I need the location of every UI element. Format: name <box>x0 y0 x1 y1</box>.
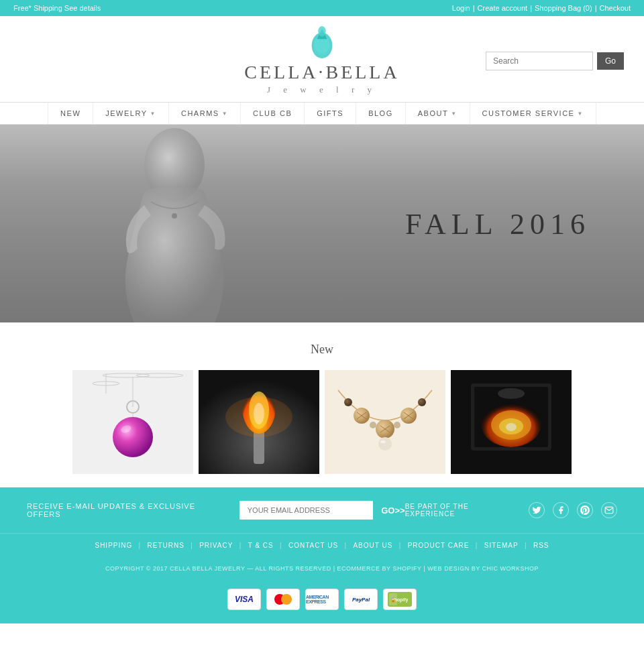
footer-link-tcs[interactable]: T & CS <box>248 542 274 549</box>
chevron-down-icon: ▼ <box>577 111 583 117</box>
shopify-payment-icon: shopify 🔒 <box>383 589 417 610</box>
nav-item-customer-service[interactable]: CUSTOMER SERVICE ▼ <box>470 103 596 124</box>
footer-email-input[interactable] <box>239 501 373 520</box>
email-icon[interactable] <box>601 502 617 518</box>
chevron-down-icon: ▼ <box>222 111 228 117</box>
product-card-3[interactable] <box>325 370 445 474</box>
footer-link-returns[interactable]: RETURNS <box>148 542 184 549</box>
nav-label-new: NEW <box>60 109 80 117</box>
svg-point-13 <box>113 417 153 457</box>
svg-point-34 <box>344 398 352 406</box>
nav-item-about[interactable]: ABOUT ▼ <box>406 103 470 124</box>
svg-point-23 <box>225 397 292 437</box>
nav-label-charms: CHARMS <box>181 109 219 117</box>
chevron-down-icon: ▼ <box>150 111 156 117</box>
header: CELLA·BELLA J e w e l r y Go <box>0 16 644 102</box>
footer-go-button[interactable]: GO>> <box>381 505 405 516</box>
footer-link-contact[interactable]: CONTACT US <box>288 542 338 549</box>
chevron-down-icon: ▼ <box>451 111 457 117</box>
shopping-bag-link[interactable]: Shopping Bag (0) <box>535 4 592 12</box>
visa-payment-icon: VISA <box>227 589 261 610</box>
svg-point-38 <box>378 437 392 451</box>
nav-label-blog: BLOG <box>368 109 393 117</box>
svg-point-5 <box>172 213 177 219</box>
logo-sub: J e w e l r y <box>267 84 377 95</box>
hero-banner: FALL 2016 <box>0 125 644 322</box>
paypal-payment-icon: PayPal <box>344 589 378 610</box>
new-section-title: New <box>20 343 624 357</box>
checkout-link[interactable]: Checkout <box>600 4 631 12</box>
nav-label-about: ABOUT <box>418 109 448 117</box>
logo-area: CELLA·BELLA J e w e l r y <box>171 26 473 95</box>
svg-point-39 <box>380 440 386 443</box>
product-card-4[interactable] <box>451 370 572 474</box>
footer-link-shipping[interactable]: SHIPPING <box>95 542 132 549</box>
footer-links: SHIPPING | RETURNS | PRIVACY | T & CS | … <box>0 533 644 560</box>
amex-payment-icon: AMERICAN EXPRESS <box>305 589 339 610</box>
footer-social: BE PART OF THE EXPERIENCE <box>405 502 617 518</box>
facebook-icon[interactable] <box>553 502 569 518</box>
nav-item-charms[interactable]: CHARMS ▼ <box>169 103 241 124</box>
footer-link-about[interactable]: ABOUT US <box>353 542 392 549</box>
nav-label-clubcb: CLUB CB <box>253 109 292 117</box>
top-bar: Free* Shipping See details Login | Creat… <box>0 0 644 16</box>
twitter-icon[interactable] <box>529 502 545 518</box>
product-card-1[interactable] <box>72 370 193 474</box>
mastercard-payment-icon <box>266 589 300 610</box>
top-bar-right: Login | Create account | Shopping Bag (0… <box>452 4 631 12</box>
hero-title: FALL 2016 <box>405 207 590 240</box>
hero-figure <box>40 125 376 322</box>
payment-icons: VISA AMERICAN EXPRESS PayPal shopify 🔒 <box>0 582 644 623</box>
header-right: Go <box>473 52 624 70</box>
logo-brand[interactable]: CELLA·BELLA <box>244 63 399 82</box>
footer-link-privacy[interactable]: PRIVACY <box>199 542 233 549</box>
footer-link-product-care[interactable]: PRODUCT CARE <box>408 542 470 549</box>
copyright-text: COPYRIGHT © 2017 CELLA BELLA JEWELRY — A… <box>27 565 617 572</box>
svg-rect-47 <box>451 370 572 474</box>
footer-social-label: BE PART OF THE EXPERIENCE <box>405 503 521 518</box>
footer-email-area: RECEIVE E-MAIL UPDATES & EXCLUSIVE OFFER… <box>27 501 405 520</box>
nav-item-gifts[interactable]: GIFTS <box>305 103 356 124</box>
nav-label-jewelry: JEWELRY <box>105 109 147 117</box>
nav-item-blog[interactable]: BLOG <box>356 103 406 124</box>
nav-item-new[interactable]: NEW <box>48 103 93 124</box>
nav-label-gifts: GIFTS <box>317 109 343 117</box>
create-account-link[interactable]: Create account <box>478 4 528 12</box>
footer-link-rss[interactable]: RSS <box>533 542 549 549</box>
footer-link-sitemap[interactable]: SITEMAP <box>484 542 519 549</box>
footer-teal: RECEIVE E-MAIL UPDATES & EXCLUSIVE OFFER… <box>0 487 644 533</box>
shipping-notice: Free* Shipping See details <box>13 4 101 12</box>
login-link[interactable]: Login <box>452 4 470 12</box>
footer-email-label: RECEIVE E-MAIL UPDATES & EXCLUSIVE OFFER… <box>27 502 231 518</box>
search-button[interactable]: Go <box>597 52 624 70</box>
hero-text: FALL 2016 <box>405 206 590 241</box>
nav-item-clubcb[interactable]: CLUB CB <box>241 103 305 124</box>
svg-point-37 <box>394 422 400 428</box>
svg-text:🔒: 🔒 <box>390 596 396 603</box>
nav-label-customer-service: CUSTOMER SERVICE <box>482 109 575 117</box>
product-grid <box>20 370 624 474</box>
svg-point-35 <box>418 398 426 406</box>
nav: NEW JEWELRY ▼ CHARMS ▼ CLUB CB GIFTS BLO… <box>0 102 644 125</box>
footer-email-social: RECEIVE E-MAIL UPDATES & EXCLUSIVE OFFER… <box>27 501 617 520</box>
pinterest-icon[interactable] <box>577 502 593 518</box>
logo-icon <box>309 26 335 60</box>
footer-copyright: COPYRIGHT © 2017 CELLA BELLA JEWELRY — A… <box>0 560 644 582</box>
product-card-2[interactable] <box>199 370 319 474</box>
svg-point-36 <box>370 422 376 428</box>
nav-item-jewelry[interactable]: JEWELRY ▼ <box>93 103 169 124</box>
svg-point-48 <box>498 388 525 399</box>
search-input[interactable] <box>486 52 593 70</box>
new-section: New <box>0 322 644 487</box>
svg-point-3 <box>318 26 326 36</box>
